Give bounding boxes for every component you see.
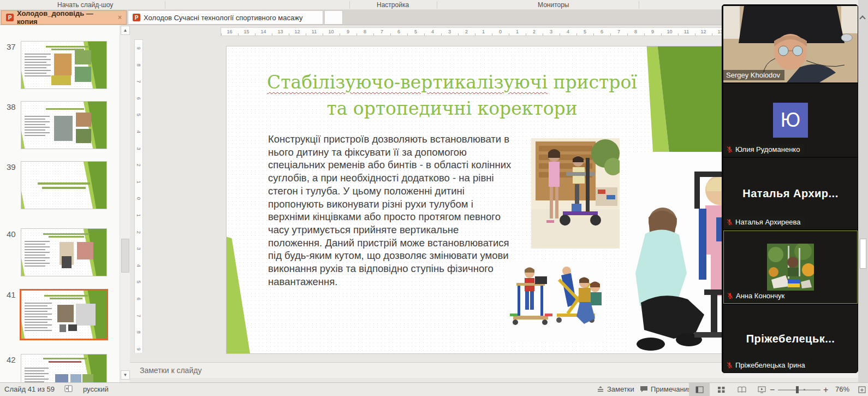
ruler-tick: 15 [238,28,255,36]
ruler-tick: 9 [130,345,147,353]
slide-title[interactable]: Стабілізуючо-вертикалізуючі пристрої та … [242,69,662,122]
participant-tile-2[interactable]: ЮЮлия Рудоманенко [723,84,858,157]
zoom-participants-panel[interactable]: Sergey KholodovЮЮлия РудоманенкоНаталья … [722,4,858,373]
participant-tile-1[interactable]: Sergey Kholodov [723,6,858,82]
thumb-content-block [25,252,50,253]
thumb-content-block [82,374,93,382]
ribbon-separator [639,1,639,9]
thumb-content-block [44,295,88,297]
comments-toggle-button[interactable]: Примечания [640,385,692,393]
photo-stander-indoor[interactable] [531,138,620,249]
tab-stub[interactable] [324,10,343,25]
scroll-up-button[interactable]: ▲ [121,26,130,35]
thumb-content-block [25,127,50,128]
thumb-content-block [25,324,52,326]
ruler-tick: 5 [407,28,424,36]
thumb-content-block [25,303,52,304]
thumb-content-block [77,242,93,259]
photo-standers-pair[interactable] [507,261,604,342]
thumb-content-block [60,324,66,332]
thumb-content-block [54,54,72,75]
participant-tile-3[interactable]: Наталья Архир...Наталья Архиреева [723,158,858,229]
notes-toggle-button[interactable]: Заметки [597,385,634,393]
thumb-content-block [54,116,73,141]
ruler-tick: 14 [255,28,272,36]
zoom-in-button[interactable]: + [823,385,828,395]
slide-thumbnail-38[interactable] [21,101,107,149]
spellcheck-icon[interactable] [64,385,73,393]
scrollbar-thumb[interactable] [121,239,129,273]
tab-kholodov-masazh[interactable]: P Холодов Сучасні технології спортивного… [128,10,323,25]
powerpoint-file-icon: P [133,14,140,21]
ruler-tick: 9 [130,44,147,52]
close-icon[interactable]: × [118,14,122,21]
scroll-down-button[interactable]: ▼ [121,370,130,380]
slide-number: 41 [7,290,16,299]
participant-name-label: Анна Конончук [724,291,789,301]
thumb-content-block [25,75,51,76]
participant-tile-5[interactable]: Пріжебелецьк...Пріжебелецька Ірина [723,305,858,373]
zoom-slider-thumb[interactable] [796,386,799,393]
ruler-tick: 6 [390,28,407,36]
ruler-tick: 1 [130,178,147,186]
thumb-content-block [70,374,81,382]
slide-sorter-view-button[interactable] [711,383,732,396]
participant-name-label: Юлия Рудоманенко [723,144,804,155]
slide-thumbnail-37[interactable] [21,41,107,89]
thumb-content-block [25,62,46,63]
ribbon-group-setup[interactable]: Настройка [377,1,409,9]
zoom-percentage[interactable]: 76% [835,385,849,393]
zoom-slider-track[interactable] [778,389,821,391]
zoom-out-button[interactable]: − [770,385,775,395]
ruler-tick: 3 [543,28,560,36]
ruler-tick: 7 [130,78,147,85]
thumb-content-block [25,370,44,371]
ruler-tick: 2 [458,28,475,36]
slide-thumbnail-39[interactable] [21,161,107,209]
thumbnail-scrollbar[interactable]: ▲ ▼ [120,25,130,382]
slide-thumbnail-40[interactable] [21,228,107,276]
slide-number: 40 [7,229,16,239]
thumb-content-block [25,330,52,331]
ruler-tick: 6 [130,94,147,102]
normal-view-button[interactable] [689,383,710,396]
thumb-content-block [25,67,46,68]
slide-body-text[interactable]: Конструкції пристроїв дозволяють встанов… [268,133,514,288]
thumb-content-block [49,236,84,238]
thumb-content-block [25,56,46,57]
slide-counter[interactable]: Слайд 41 из 59 [4,385,55,393]
thumb-content-block [25,116,50,117]
language-indicator[interactable]: русский [83,385,109,393]
slide-thumbnail-42[interactable] [21,354,107,382]
thumb-content-block [76,304,96,326]
slideshow-view-button[interactable] [751,383,772,396]
zoom-slider-midpoint [804,389,805,391]
tab-kholodov-dopovid[interactable]: P Холодов_доповідь — копия × [1,10,127,25]
ribbon-group-monitors[interactable]: Мониторы [538,1,569,9]
ruler-tick: 10 [323,28,340,36]
slide-thumbnail-41[interactable] [20,289,108,340]
slide-canvas[interactable]: Стабілізуючо-вертикалізуючі пристрої та … [227,46,748,353]
ruler-tick: 5 [576,28,593,36]
ruler-tick: 4 [130,128,147,135]
participant-name-label: Наталья Архиреева [723,217,805,227]
powerpoint-file-icon: P [6,14,14,21]
ruler-tick: 8 [130,61,147,69]
ruler-tick: 4 [130,262,147,269]
ribbon-separator [437,1,437,9]
ruler-tick: 0 [130,195,147,203]
thumb-content-block [51,75,71,85]
fit-to-window-button[interactable] [852,383,868,396]
reading-view-button[interactable] [732,383,752,396]
ribbon-group-start-slideshow[interactable]: Начать слайд-шоу [57,1,113,9]
thumb-content-block [25,379,49,380]
participant-tile-4[interactable]: Анна Конончук [723,230,858,304]
chevron-up-icon[interactable] [859,15,865,21]
thumb-content-block [25,73,46,74]
scrollbar-thumb[interactable] [860,239,866,269]
ruler-tick: 2 [130,161,147,169]
ruler-tick: 10 [661,28,678,36]
window-right-scrollbar[interactable] [858,0,868,382]
thumb-content-block [38,182,90,185]
thumb-content-block [25,311,47,312]
